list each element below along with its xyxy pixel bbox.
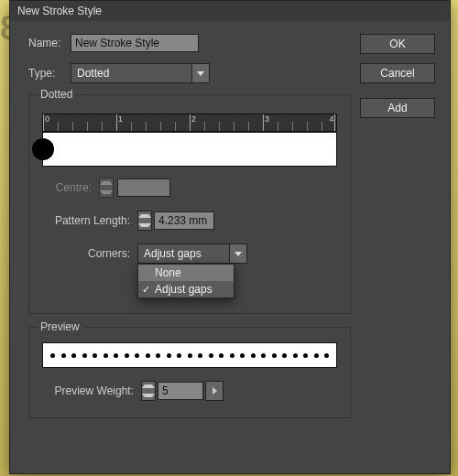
- arrow-up-icon: [142, 384, 155, 388]
- arrow-down-icon: [142, 394, 155, 397]
- arrow-up-icon: [138, 214, 151, 218]
- cancel-button[interactable]: Cancel: [360, 63, 435, 83]
- sample-dot: [32, 138, 54, 160]
- chevron-down-icon: [197, 71, 204, 76]
- ok-button[interactable]: OK: [360, 34, 435, 54]
- new-stroke-style-dialog: New Stroke Style OK Cancel Add Name: Typ…: [9, 0, 451, 474]
- preview-group-title: Preview: [37, 320, 83, 333]
- preview-line: [42, 342, 337, 368]
- pattern-length-up[interactable]: [138, 211, 151, 221]
- name-input[interactable]: [71, 34, 199, 52]
- preview-weight-flyout[interactable]: [205, 381, 224, 401]
- centre-stepper: [99, 178, 114, 198]
- dotted-group: Dotted 0 1 2 3 4: [28, 94, 351, 314]
- pattern-length-down[interactable]: [138, 221, 151, 230]
- corners-select-value: Adjust gaps: [138, 247, 229, 260]
- dialog-titlebar[interactable]: New Stroke Style: [10, 1, 450, 21]
- ruler-area: 0 1 2 3 4: [42, 114, 337, 167]
- preview-group: Preview Preview Weight:: [28, 327, 351, 418]
- type-select-arrow[interactable]: [191, 64, 209, 82]
- stroke-sample[interactable]: [42, 132, 337, 167]
- chevron-down-icon: [234, 252, 242, 256]
- dialog-title: New Stroke Style: [17, 5, 102, 17]
- preview-weight-stepper[interactable]: [141, 381, 156, 401]
- arrow-down-icon: [100, 190, 113, 194]
- dialog-button-column: OK Cancel Add: [360, 34, 435, 118]
- corners-option-none[interactable]: None: [138, 265, 234, 281]
- type-select[interactable]: Dotted: [71, 63, 210, 83]
- centre-value-box: [117, 178, 170, 197]
- type-select-value: Dotted: [71, 67, 191, 80]
- arrow-up-icon: [100, 181, 113, 185]
- corners-label: Corners:: [42, 247, 130, 260]
- centre-label: Centre:: [42, 181, 92, 194]
- preview-weight-input[interactable]: [158, 382, 203, 400]
- corners-dropdown-popup: None ✓ Adjust gaps: [137, 264, 234, 298]
- pattern-length-stepper[interactable]: [137, 211, 152, 231]
- arrow-down-icon: [138, 223, 151, 227]
- preview-weight-label: Preview Weight:: [42, 384, 134, 397]
- preview-weight-up[interactable]: [142, 382, 155, 391]
- dotted-group-title: Dotted: [37, 88, 76, 101]
- pattern-length-input[interactable]: [154, 211, 214, 230]
- chevron-right-icon: [213, 387, 217, 395]
- add-button[interactable]: Add: [360, 98, 435, 118]
- name-label: Name:: [28, 37, 71, 49]
- checkmark-icon: ✓: [142, 284, 150, 296]
- ruler[interactable]: 0 1 2 3 4: [42, 114, 337, 132]
- corners-select[interactable]: Adjust gaps: [137, 243, 247, 264]
- corners-option-adjust-gaps[interactable]: ✓ Adjust gaps: [138, 281, 234, 298]
- type-label: Type:: [28, 67, 71, 80]
- corners-select-arrow[interactable]: [229, 244, 246, 263]
- preview-weight-down[interactable]: [142, 391, 155, 400]
- pattern-length-label: Pattern Length:: [42, 214, 130, 227]
